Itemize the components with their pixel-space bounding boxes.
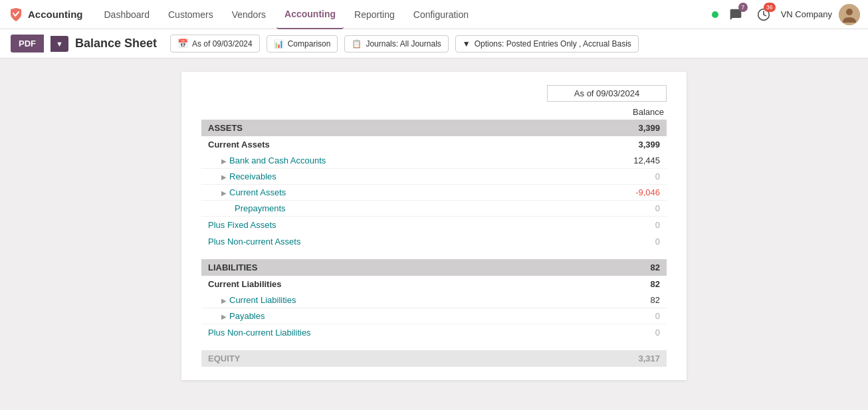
table-row: Prepayments 0 [201,201,667,217]
page-title: Balance Sheet [75,37,157,51]
chart-icon: 📊 [274,39,284,49]
date-filter-label: As of 09/03/2024 [192,39,253,49]
avatar-image [839,4,860,25]
spacer [201,250,667,259]
options-button[interactable]: ▼ Options: Posted Entries Only , Accrual… [455,35,639,52]
report-header: As of 09/03/2024 [201,85,667,102]
prepayments-value: 0 [490,201,667,217]
receivables-label[interactable]: ▶Receivables [201,169,490,185]
current-liabilities-value: 82 [490,276,667,292]
expand-icon: ▶ [221,157,227,165]
pdf-button[interactable]: PDF [11,35,44,52]
expand-icon: ▶ [221,189,227,197]
nav-item-configuration[interactable]: Configuration [405,0,477,29]
liabilities-label: LIABILITIES [201,259,490,276]
fixed-assets-group: Plus Fixed Assets 0 [201,217,667,234]
comparison-label: Comparison [288,39,331,49]
nav-item-vendors[interactable]: Vendors [224,0,274,29]
logo-icon [8,7,24,23]
activity-button[interactable]: 36 [753,4,774,25]
journal-icon: 📋 [352,39,362,49]
bank-cash-value: 12,445 [490,153,667,169]
noncurrent-liabilities-group: Plus Non-current Liabilities 0 [201,324,667,342]
expand-icon: ▶ [221,173,227,181]
filter-icon: ▼ [463,39,471,49]
liabilities-value: 82 [490,259,667,276]
balance-column-header: Balance [587,107,667,117]
table-row: ▶Current Assets -9,046 [201,185,667,201]
fixed-assets-label[interactable]: Plus Fixed Assets [201,217,490,234]
nav-item-accounting[interactable]: Accounting [276,0,344,29]
report-date-badge: As of 09/03/2024 [547,85,667,102]
bank-cash-label[interactable]: ▶Bank and Cash Accounts [201,153,490,169]
nav-item-dashboard[interactable]: Dashboard [96,0,158,29]
app-logo[interactable]: Accounting [8,7,83,23]
company-name: VN Company [781,9,832,19]
assets-value: 3,399 [490,120,667,136]
messages-button[interactable]: 7 [725,4,746,25]
nav-menu: Dashboard Customers Vendors Accounting R… [96,0,712,29]
fixed-assets-value: 0 [490,217,667,234]
receivables-value: 0 [490,169,667,185]
nav-item-customers[interactable]: Customers [160,0,221,29]
payables-label[interactable]: ▶Payables [201,308,490,324]
liabilities-section-header: LIABILITIES 82 [201,259,667,276]
table-row: ▶Bank and Cash Accounts 12,445 [201,153,667,169]
prepayments-label[interactable]: Prepayments [201,201,490,217]
noncurrent-assets-label[interactable]: Plus Non-current Assets [201,233,490,250]
spacer [201,341,667,350]
current-assets-label: Current Assets [201,136,490,153]
report-container: As of 09/03/2024 Balance ASSETS 3,399 Cu… [181,72,687,380]
nav-item-reporting[interactable]: Reporting [346,0,403,29]
noncurrent-assets-group: Plus Non-current Assets 0 [201,233,667,250]
current-liabilities-label: Current Liabilities [201,276,490,292]
app-name: Accounting [28,9,83,20]
top-navigation: Accounting Dashboard Customers Vendors A… [0,0,868,29]
main-content: As of 09/03/2024 Balance ASSETS 3,399 Cu… [0,58,868,405]
noncurrent-liabilities-label[interactable]: Plus Non-current Liabilities [201,324,490,342]
noncurrent-liabilities-value: 0 [490,324,667,342]
user-avatar[interactable] [839,4,860,25]
table-row: ▶Payables 0 [201,308,667,324]
pdf-dropdown-button[interactable]: ▼ [51,36,68,52]
journals-label: Journals: All Journals [366,39,441,49]
expand-icon: ▶ [221,297,227,304]
current-liabilities-group: Current Liabilities 82 [201,276,667,292]
journals-button[interactable]: 📋 Journals: All Journals [344,35,448,52]
equity-label: EQUITY [201,350,490,367]
current-liabilities-sub-label[interactable]: ▶Current Liabilities [201,292,490,308]
current-assets-sub-label[interactable]: ▶Current Assets [201,185,490,201]
current-assets-group: Current Assets 3,399 [201,136,667,153]
status-dot [712,11,718,18]
payables-value: 0 [490,308,667,324]
calendar-icon: 📅 [177,39,188,49]
equity-section-header: EQUITY 3,317 [201,350,667,367]
equity-value: 3,317 [490,350,667,367]
report-table: ASSETS 3,399 Current Assets 3,399 ▶Bank … [201,120,667,367]
noncurrent-assets-value: 0 [490,233,667,250]
current-liabilities-sub-value: 82 [490,292,667,308]
current-assets-sub-value: -9,046 [490,185,667,201]
report-toolbar: PDF ▼ Balance Sheet 📅 As of 09/03/2024 📊… [0,29,868,58]
nav-right: 7 36 VN Company [712,4,860,25]
date-filter-button[interactable]: 📅 As of 09/03/2024 [170,35,260,52]
assets-section-header: ASSETS 3,399 [201,120,667,136]
options-label: Options: Posted Entries Only , Accrual B… [475,39,631,49]
svg-point-2 [846,9,853,15]
assets-label: ASSETS [201,120,490,136]
activity-badge: 36 [764,3,776,12]
expand-icon: ▶ [221,313,227,320]
column-headers: Balance [201,107,667,117]
current-assets-value: 3,399 [490,136,667,153]
messages-badge: 7 [738,3,748,12]
comparison-button[interactable]: 📊 Comparison [267,35,338,52]
table-row: ▶Receivables 0 [201,169,667,185]
table-row: ▶Current Liabilities 82 [201,292,667,308]
